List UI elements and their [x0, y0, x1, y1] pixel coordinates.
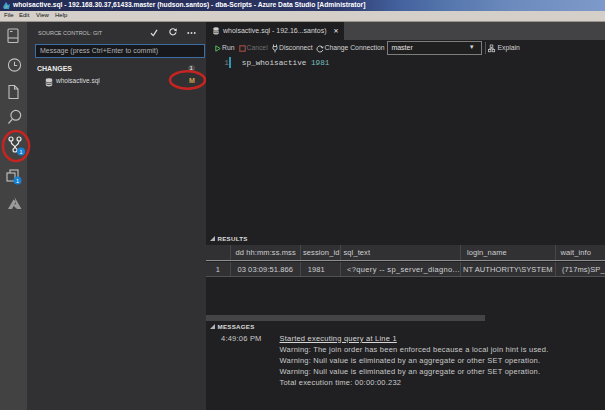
svg-text:1: 1 [16, 178, 19, 184]
svg-text:1: 1 [19, 149, 22, 155]
